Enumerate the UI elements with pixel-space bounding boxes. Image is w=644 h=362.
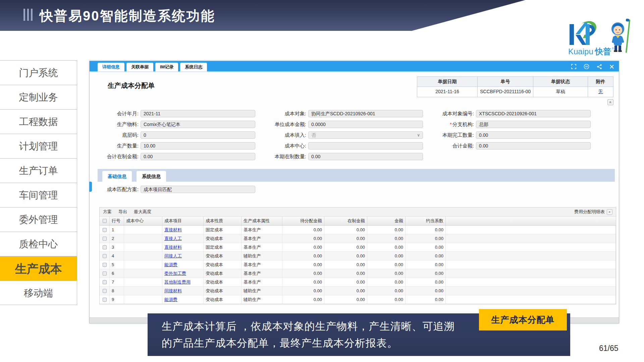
doc-info-header: 单据日期 <box>417 77 478 87</box>
grid-column-header[interactable]: 成本中心 <box>124 217 162 225</box>
sub-tab[interactable]: 基础信息 <box>102 171 132 182</box>
cost-item-link[interactable]: 能源费 <box>164 297 177 302</box>
sidebar-item[interactable]: 门户系统 <box>0 60 77 85</box>
grid-column-header[interactable]: 成本项目 <box>162 217 204 225</box>
row-checkbox[interactable] <box>100 252 110 260</box>
cost-item-link[interactable]: 其他制造费用 <box>164 280 191 285</box>
select-all-checkbox[interactable] <box>100 217 110 225</box>
collapse-header-button[interactable]: « <box>607 99 613 105</box>
table-row: 9能源费变动成本辅助生产0.000.000.000.00 <box>100 295 616 304</box>
row-checkbox[interactable] <box>100 234 110 243</box>
titlebar-tab[interactable]: 关联单据 <box>126 63 153 71</box>
sidebar-item[interactable]: 移动端 <box>0 281 77 305</box>
im-icon[interactable]: IM <box>584 64 589 69</box>
field-label: 合计在制金额: <box>92 154 139 160</box>
table-row: 6委外加工费变动成本基本生产0.000.000.000.00 <box>100 269 616 278</box>
form-title: 生产成本分配单 <box>108 81 155 90</box>
sidebar-item[interactable]: 定制业务 <box>0 85 77 109</box>
grid-cell: 其他制造费用 <box>162 278 204 286</box>
grid-cell: 直接材料 <box>162 243 204 251</box>
match-field-label: 成本匹配方案: <box>92 186 139 193</box>
field-input[interactable]: 10.00 <box>141 142 255 149</box>
grid-toolbar-link[interactable]: 导出 <box>118 209 127 215</box>
required-asterisk: * <box>450 121 452 127</box>
sidebar-item[interactable]: 委外管理 <box>0 207 77 232</box>
doc-info-table: 单据日期单号单据状态附件 2021-11-16SCCBFPD-20211116-… <box>417 76 613 97</box>
grid-column-header[interactable]: 行号 <box>110 217 124 225</box>
field-input[interactable]: 2021-11 <box>141 110 255 117</box>
field-input[interactable]: 协同生产SCDD-20210926-001 <box>308 110 423 117</box>
cost-item-link[interactable]: 直接人工 <box>164 236 182 241</box>
field-input[interactable]: 0.00 <box>308 153 423 160</box>
titlebar-tab[interactable]: 系统日志 <box>180 63 207 71</box>
grid-column-header[interactable]: 在制金额 <box>324 217 367 225</box>
expand-icon[interactable] <box>571 64 576 69</box>
cost-item-link[interactable]: 直接材料 <box>164 245 182 250</box>
field-input[interactable]: 0.0000 <box>308 121 423 128</box>
grid-cell: 0.00 <box>406 278 446 286</box>
grid-column-header[interactable]: 成本性质 <box>204 217 241 225</box>
close-icon[interactable] <box>609 64 614 69</box>
form-field-row: 成本对象编号:XTSCSCDD-20210926-001 <box>424 110 591 117</box>
row-checkbox[interactable] <box>100 243 110 251</box>
field-input[interactable] <box>308 142 423 149</box>
sub-tab[interactable]: 系统信息 <box>137 171 166 182</box>
match-field-input[interactable]: 成本项目匹配 <box>141 186 255 193</box>
attachment-link[interactable]: 无 <box>588 87 613 97</box>
field-input[interactable]: 总部 <box>476 121 591 128</box>
sidebar-item[interactable]: 质检中心 <box>0 232 77 256</box>
grid-cell: 7 <box>110 278 124 286</box>
form-field-row: 单位成本金额:0.0000 <box>256 121 423 128</box>
sidebar-item[interactable]: 计划管理 <box>0 134 77 158</box>
cost-item-link[interactable]: 间接材料 <box>164 288 182 293</box>
grid-cell: 0.00 <box>367 278 406 286</box>
cost-item-link[interactable]: 直接材料 <box>164 227 182 232</box>
field-input[interactable]: 0 <box>141 131 255 139</box>
collapse-grid-button[interactable]: « <box>607 209 612 215</box>
grid-column-header[interactable]: 生产成本属性 <box>241 217 282 225</box>
row-checkbox[interactable] <box>100 269 110 278</box>
grid-toolbar-link[interactable]: 方案 <box>103 209 112 215</box>
table-row: 7其他制造费用变动成本基本生产0.000.000.000.00 <box>100 278 616 287</box>
cost-item-link[interactable]: 委外加工费 <box>164 271 186 276</box>
sidebar-item[interactable]: 车间管理 <box>0 183 77 207</box>
row-checkbox[interactable] <box>100 295 110 304</box>
grid-cell: 0.00 <box>282 226 324 234</box>
field-input[interactable]: XTSCSCDD-20210926-001 <box>476 110 591 117</box>
grid-toolbar-link[interactable]: 最大高度 <box>134 209 151 215</box>
row-checkbox[interactable] <box>100 260 110 269</box>
grid-row-filler <box>446 234 616 243</box>
grid-cell: 0.00 <box>406 269 446 278</box>
form-field-row: 会计年月:2021-11 <box>92 110 255 117</box>
grid-cell: 0.00 <box>324 234 367 243</box>
titlebar-tab[interactable]: 详细信息 <box>98 63 124 71</box>
window-titlebar: 详细信息关联单据IM记录系统日志 IM <box>90 61 619 72</box>
sidebar-item-active[interactable]: 生产成本 <box>0 256 77 281</box>
field-input[interactable]: 0.00 <box>476 131 591 139</box>
svg-text:®: ® <box>612 47 614 50</box>
grid-column-header[interactable]: 待分配金额 <box>282 217 324 225</box>
cost-item-link[interactable]: 间接人工 <box>164 253 182 258</box>
field-select[interactable]: 否∨ <box>308 131 423 139</box>
grid-cell: 0.00 <box>324 295 367 304</box>
field-input[interactable]: Comix齐心笔记本 <box>141 121 255 128</box>
mascot-icon <box>611 18 630 53</box>
field-label: 单位成本金额: <box>256 121 306 128</box>
share-icon[interactable] <box>597 64 602 69</box>
grid-column-header[interactable]: 约当系数 <box>406 217 446 225</box>
doc-info-value: 2021-11-16 <box>417 87 478 97</box>
caption-line2: 的产品生产成本分配单，最终产生成本分析报表。 <box>162 335 570 352</box>
sidebar-item[interactable]: 工程数据 <box>0 109 77 134</box>
subtabs-strip: 基础信息系统信息 <box>98 169 615 182</box>
row-checkbox[interactable] <box>100 287 110 295</box>
row-checkbox[interactable] <box>100 226 110 234</box>
grid-cell: 基本生产 <box>241 226 282 234</box>
grid-cell <box>124 252 162 260</box>
titlebar-tab[interactable]: IM记录 <box>155 63 178 71</box>
cost-item-link[interactable]: 能源费 <box>164 262 177 267</box>
field-input[interactable]: 0.00 <box>476 142 591 149</box>
row-checkbox[interactable] <box>100 278 110 286</box>
grid-column-header[interactable]: 金额 <box>367 217 406 225</box>
field-input[interactable]: 0.00 <box>141 153 255 160</box>
sidebar-item[interactable]: 生产订单 <box>0 158 77 183</box>
